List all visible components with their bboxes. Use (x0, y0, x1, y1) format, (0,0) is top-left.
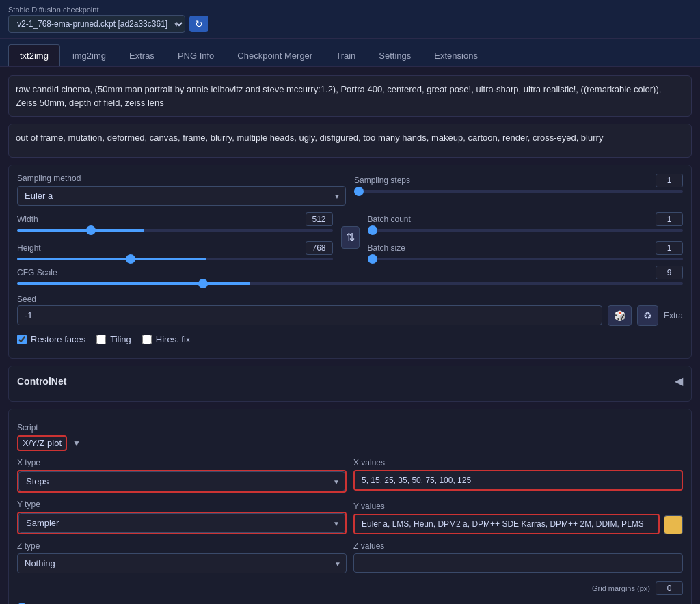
xyz-plot-label: X/Y/Z plot (17, 435, 67, 451)
tiling-label: Tiling (110, 334, 131, 344)
batch-count-slider[interactable] (368, 229, 684, 232)
restore-faces-label: Restore faces (31, 334, 85, 344)
restore-faces-checkbox[interactable] (17, 335, 27, 344)
top-bar: Stable Diffusion checkpoint v2-1_768-ema… (0, 0, 700, 39)
seed-label: Seed (17, 294, 602, 304)
sampling-steps-slider[interactable] (354, 190, 683, 193)
sampling-method-select[interactable]: Euler a (17, 186, 346, 206)
tab-img2img[interactable]: img2img (62, 44, 117, 66)
cfg-scale-slider[interactable] (17, 282, 683, 285)
grid-margins-value[interactable]: 0 (656, 581, 683, 595)
seed-row: Seed 🎲 ♻ Extra (17, 290, 683, 329)
cfg-scale-control: CFG Scale 9 (17, 266, 683, 285)
z-values-input[interactable] (353, 553, 683, 573)
main-content: raw candid cinema, (50mm man portrait by… (0, 67, 700, 604)
sampling-steps-value[interactable]: 1 (656, 174, 683, 187)
y-values-input[interactable] (353, 514, 660, 534)
grid-margins-row: Grid margins (px) 0 (17, 581, 683, 595)
seed-input[interactable] (17, 305, 602, 325)
batch-size-control: Batch size 1 (368, 241, 684, 260)
batch-count-value[interactable]: 1 (656, 212, 683, 226)
x-values-label: X values (353, 458, 683, 467)
checkpoint-label: Stable Diffusion checkpoint (8, 5, 208, 14)
y-type-select[interactable]: Sampler (18, 513, 345, 533)
controls-section: Sampling method Euler a Sampling steps 1 (8, 165, 692, 359)
batch-size-label: Batch size (368, 243, 405, 253)
controlnet-collapse-button[interactable]: ◀ (675, 374, 683, 387)
dice-button[interactable]: 🎲 (608, 305, 632, 326)
restore-faces-option[interactable]: Restore faces (17, 334, 85, 344)
y-type-label: Y type (17, 499, 347, 509)
grid-margins-label: Grid margins (px) (592, 584, 650, 592)
tab-txt2img[interactable]: txt2img (8, 44, 60, 66)
sampling-steps-control: Sampling steps 1 (354, 174, 683, 206)
dimensions-section: Width 512 Height 768 ⇅ (17, 212, 683, 266)
y-values-label: Y values (353, 502, 660, 511)
options-row: Restore faces Tiling Hires. fix (17, 329, 683, 350)
height-control: Height 768 (17, 241, 333, 260)
sampling-method-control: Sampling method Euler a (17, 174, 346, 206)
cfg-scale-label: CFG Scale (17, 268, 57, 277)
height-label: Height (17, 243, 41, 253)
tiling-option[interactable]: Tiling (96, 334, 131, 344)
width-label: Width (17, 215, 38, 224)
color-swatch[interactable] (664, 515, 683, 534)
z-type-row: Z type Nothing Z values (17, 541, 683, 573)
batch-count-control: Batch count 1 (368, 212, 684, 232)
refresh-button[interactable]: ↻ (189, 16, 208, 32)
batch-count-label: Batch count (368, 215, 411, 224)
controlnet-header: ControlNet ◀ (17, 374, 683, 387)
negative-prompt[interactable]: out of frame, mutation, deformed, canvas… (8, 124, 692, 158)
x-type-label: X type (17, 458, 347, 467)
refresh-icon: ↻ (195, 18, 203, 29)
hires-fix-label: Hires. fix (156, 334, 191, 344)
z-type-select[interactable]: Nothing (17, 553, 347, 573)
tab-checkpoint-merger[interactable]: Checkpoint Merger (226, 44, 323, 66)
batch-size-slider[interactable] (368, 258, 684, 260)
height-slider[interactable] (17, 258, 333, 260)
cfg-scale-value[interactable]: 9 (656, 266, 683, 279)
width-control: Width 512 (17, 212, 333, 232)
tab-png-info[interactable]: PNG Info (167, 44, 225, 66)
sampling-method-label: Sampling method (17, 174, 346, 183)
tab-extensions[interactable]: Extensions (423, 44, 489, 66)
recycle-button[interactable]: ♻ (637, 305, 658, 326)
height-value[interactable]: 768 (306, 241, 333, 255)
x-type-select[interactable]: Steps (18, 471, 345, 491)
tab-settings[interactable]: Settings (368, 44, 422, 66)
tab-extras[interactable]: Extras (118, 44, 165, 66)
tab-train[interactable]: Train (325, 44, 366, 66)
controlnet-title: ControlNet (17, 376, 66, 387)
width-value[interactable]: 512 (306, 212, 333, 226)
z-values-label: Z values (353, 541, 683, 551)
checkpoint-select[interactable]: v2-1_768-ema-pruned.ckpt [ad2a33c361] (8, 15, 185, 33)
width-slider[interactable] (17, 229, 333, 232)
tiling-checkbox[interactable] (96, 335, 106, 344)
x-values-input[interactable] (353, 470, 683, 491)
hires-fix-option[interactable]: Hires. fix (142, 334, 191, 344)
extra-label: Extra (664, 311, 683, 320)
nav-tabs: txt2img img2img Extras PNG Info Checkpoi… (0, 39, 700, 67)
script-section: Script X/Y/Z plot ▼ X type Steps X val (8, 409, 692, 604)
script-label: Script (17, 423, 683, 433)
hires-fix-checkbox[interactable] (142, 335, 152, 344)
swap-dimensions-button[interactable]: ⇅ (341, 226, 360, 249)
z-type-label: Z type (17, 541, 347, 551)
y-type-row: Y type Sampler Y values (17, 499, 683, 534)
positive-prompt[interactable]: raw candid cinema, (50mm man portrait by… (8, 75, 692, 117)
sampling-steps-label: Sampling steps (354, 176, 410, 185)
x-type-row: X type Steps X values (17, 458, 683, 493)
controlnet-section: ControlNet ◀ (8, 366, 692, 402)
batch-size-value[interactable]: 1 (656, 241, 683, 255)
